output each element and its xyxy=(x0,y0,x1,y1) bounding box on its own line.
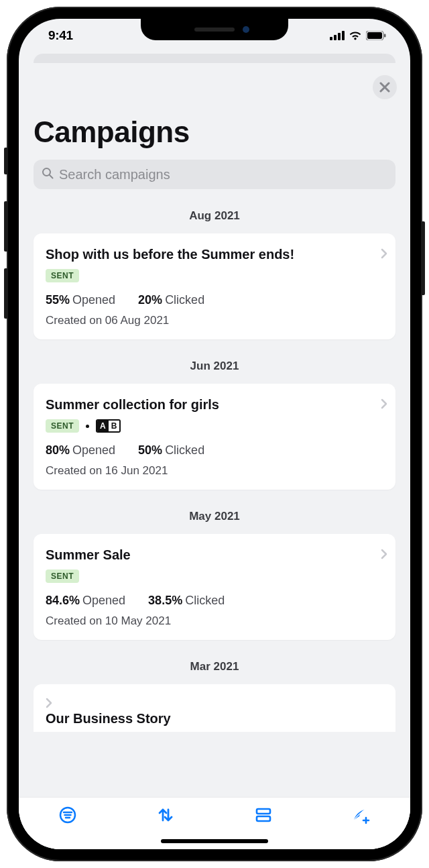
status-badge: SENT xyxy=(46,269,79,282)
home-indicator[interactable] xyxy=(161,839,268,843)
svg-line-8 xyxy=(50,175,53,178)
battery-icon xyxy=(366,31,386,40)
opened-stat: 55%Opened xyxy=(46,293,115,307)
side-button xyxy=(4,201,8,252)
svg-rect-2 xyxy=(338,33,341,40)
campaign-list[interactable]: Aug 2021 Shop with us before the Summer … xyxy=(19,189,410,797)
svg-rect-0 xyxy=(330,37,332,40)
month-header: Aug 2021 xyxy=(34,209,395,223)
svg-rect-3 xyxy=(342,31,345,40)
svg-rect-5 xyxy=(367,32,382,39)
separator-dot xyxy=(86,425,89,428)
ab-test-badge: AB xyxy=(96,419,121,433)
device-frame: 9:41 xyxy=(7,7,422,861)
search-field[interactable] xyxy=(34,160,395,189)
campaign-card[interactable]: Summer collection for girls SENT AB 80%O… xyxy=(34,384,395,490)
wifi-icon xyxy=(349,31,362,40)
filter-icon xyxy=(58,806,77,824)
month-header: Jun 2021 xyxy=(34,360,395,373)
svg-rect-6 xyxy=(384,34,386,38)
page-title: Campaigns xyxy=(34,115,395,149)
campaign-title: Summer collection for girls xyxy=(46,397,383,413)
status-time: 9:41 xyxy=(48,28,73,43)
side-button xyxy=(421,221,425,295)
clicked-stat: 50%Clicked xyxy=(138,443,204,457)
close-icon xyxy=(379,82,390,93)
chevron-right-icon xyxy=(46,699,52,710)
campaign-card[interactable]: Our Business Story xyxy=(34,684,395,732)
month-header: Mar 2021 xyxy=(34,660,395,673)
screen: 9:41 xyxy=(19,19,410,849)
status-badge: SENT xyxy=(46,419,79,433)
svg-rect-13 xyxy=(257,809,270,814)
opened-stat: 84.6%Opened xyxy=(46,594,125,608)
sheet-background xyxy=(25,52,404,63)
campaign-card[interactable]: Shop with us before the Summer ends! SEN… xyxy=(34,233,395,339)
cellular-icon xyxy=(330,31,345,40)
tab-filter[interactable] xyxy=(19,798,117,849)
chevron-right-icon xyxy=(381,398,387,412)
tab-compose[interactable] xyxy=(312,798,410,849)
month-header: May 2021 xyxy=(34,510,395,523)
svg-rect-14 xyxy=(257,816,270,821)
status-badge: SENT xyxy=(46,569,79,583)
page-header: Campaigns xyxy=(19,63,410,149)
layout-icon xyxy=(254,806,273,824)
campaign-title: Our Business Story xyxy=(46,711,383,726)
campaign-title: Shop with us before the Summer ends! xyxy=(46,247,383,262)
campaign-card[interactable]: Summer Sale SENT 84.6%Opened 38.5%Clicke… xyxy=(34,534,395,640)
opened-stat: 80%Opened xyxy=(46,443,115,457)
created-date: Created on 10 May 2021 xyxy=(46,614,383,628)
modal-sheet: Campaigns Aug 2021 Shop xyxy=(19,63,410,849)
campaign-title: Summer Sale xyxy=(46,547,383,563)
notch xyxy=(141,19,288,40)
created-date: Created on 06 Aug 2021 xyxy=(46,314,383,327)
side-button xyxy=(4,148,8,174)
close-button[interactable] xyxy=(373,75,397,99)
search-icon xyxy=(42,167,54,182)
created-date: Created on 16 Jun 2021 xyxy=(46,464,383,478)
chevron-right-icon xyxy=(381,248,387,262)
clicked-stat: 20%Clicked xyxy=(138,293,204,307)
search-input[interactable] xyxy=(59,167,387,182)
sort-icon xyxy=(156,806,175,824)
svg-rect-1 xyxy=(334,35,336,40)
clicked-stat: 38.5%Clicked xyxy=(148,594,225,608)
side-button xyxy=(4,268,8,319)
chevron-right-icon xyxy=(381,549,387,562)
compose-icon xyxy=(351,806,371,824)
